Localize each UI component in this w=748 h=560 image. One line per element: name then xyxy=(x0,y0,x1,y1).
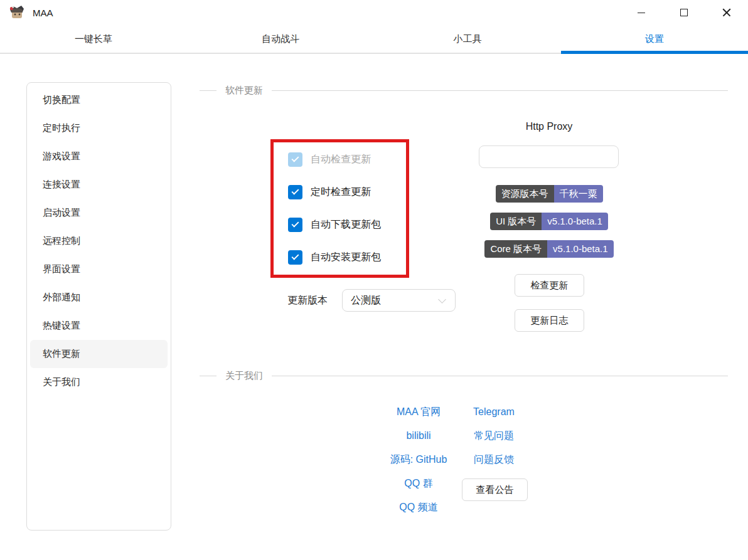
link-bilibili[interactable]: bilibili xyxy=(375,424,462,448)
badge-label: 资源版本号 xyxy=(496,185,554,203)
checkbox-auto-download-package[interactable]: 自动下载更新包 xyxy=(288,208,406,241)
sidebar-item-remote-control[interactable]: 远程控制 xyxy=(30,227,168,255)
selected-option: 公测版 xyxy=(351,294,381,307)
sidebar-item-switch-config[interactable]: 切换配置 xyxy=(30,86,168,114)
http-proxy-input[interactable] xyxy=(479,145,619,168)
badge-value: v5.1.0-beta.1 xyxy=(542,213,608,230)
about-links-left: MAA 官网 bilibili 源码: GitHub QQ 群 QQ 频道 xyxy=(375,400,462,519)
link-telegram[interactable]: Telegram xyxy=(450,400,538,424)
badge-value: v5.1.0-beta.1 xyxy=(547,240,614,258)
checkbox-label: 定时检查更新 xyxy=(311,186,371,199)
checkbox-label: 自动安装更新包 xyxy=(311,251,381,264)
section-line xyxy=(272,90,728,91)
tab-bar: 一键长草 自动战斗 小工具 设置 xyxy=(0,25,748,54)
checkbox-icon[interactable] xyxy=(288,250,302,265)
maximize-icon xyxy=(680,9,688,16)
checkmark-icon xyxy=(291,155,299,162)
resource-version-badge: 资源版本号 千秋一粟 xyxy=(496,185,603,203)
core-version-badge: Core 版本号 v5.1.0-beta.1 xyxy=(484,240,613,258)
sidebar-item-game-settings[interactable]: 游戏设置 xyxy=(30,142,168,171)
http-proxy-title: Http Proxy xyxy=(429,121,670,132)
check-update-button[interactable]: 检查更新 xyxy=(515,274,584,297)
badge-label: Core 版本号 xyxy=(484,240,547,258)
section-header-software-update: 软件更新 xyxy=(200,84,728,97)
checkbox-icon xyxy=(288,152,302,167)
changelog-button[interactable]: 更新日志 xyxy=(515,309,584,332)
sidebar-item-connection-settings[interactable]: 连接设置 xyxy=(30,171,168,199)
sidebar-item-scheduled-run[interactable]: 定时执行 xyxy=(30,114,168,142)
view-announcement-button[interactable]: 查看公告 xyxy=(462,478,528,501)
update-channel-label: 更新版本 xyxy=(287,294,328,307)
maximize-button[interactable] xyxy=(663,0,705,25)
checkbox-label: 自动下载更新包 xyxy=(311,218,381,231)
update-channel-row: 更新版本 公测版 xyxy=(287,289,456,312)
settings-sidebar: 切换配置 定时执行 游戏设置 连接设置 启动设置 远程控制 界面设置 外部通知 … xyxy=(26,82,171,531)
tab-settings[interactable]: 设置 xyxy=(561,25,748,53)
checkbox-icon[interactable] xyxy=(288,185,302,199)
checkmark-icon xyxy=(291,220,299,228)
close-button[interactable] xyxy=(705,0,748,25)
link-feedback[interactable]: 问题反馈 xyxy=(450,448,538,472)
maa-avatar-icon xyxy=(9,4,25,21)
badge-value: 千秋一粟 xyxy=(554,185,603,203)
link-qq-channel[interactable]: QQ 频道 xyxy=(375,495,462,519)
checkbox-label: 自动检查更新 xyxy=(311,153,371,166)
app-title: MAA xyxy=(33,8,53,18)
about-links-right: Telegram 常见问题 问题反馈 xyxy=(450,400,538,472)
checkbox-scheduled-check-update[interactable]: 定时检查更新 xyxy=(288,176,406,208)
settings-page: 切换配置 定时执行 游戏设置 连接设置 启动设置 远程控制 界面设置 外部通知 … xyxy=(0,54,748,560)
minimize-icon xyxy=(638,13,645,13)
titlebar: MAA xyxy=(0,0,748,25)
red-annotation-box: 自动检查更新 定时检查更新 自动下载更新包 自动安装更新包 xyxy=(270,139,409,278)
sidebar-item-hotkey-settings[interactable]: 热键设置 xyxy=(30,312,168,340)
checkbox-auto-check-update: 自动检查更新 xyxy=(288,143,406,176)
tab-tools[interactable]: 小工具 xyxy=(374,25,561,53)
section-title: 软件更新 xyxy=(225,85,263,97)
tab-copilot[interactable]: 自动战斗 xyxy=(187,25,374,53)
section-line xyxy=(200,376,216,376)
checkmark-icon xyxy=(291,253,299,260)
sidebar-item-about-us[interactable]: 关于我们 xyxy=(30,368,168,396)
tab-farming[interactable]: 一键长草 xyxy=(0,25,187,53)
section-line xyxy=(200,90,216,91)
update-channel-select[interactable]: 公测版 xyxy=(342,289,456,312)
link-maa-website[interactable]: MAA 官网 xyxy=(375,400,462,424)
section-header-about-us: 关于我们 xyxy=(200,369,728,382)
badge-label: UI 版本号 xyxy=(490,213,542,230)
section-title: 关于我们 xyxy=(225,370,263,382)
sidebar-item-ui-settings[interactable]: 界面设置 xyxy=(30,255,168,283)
minimize-button[interactable] xyxy=(620,0,663,25)
section-line xyxy=(272,376,728,376)
sidebar-item-startup-settings[interactable]: 启动设置 xyxy=(30,199,168,227)
sidebar-item-external-notification[interactable]: 外部通知 xyxy=(30,283,168,312)
sidebar-item-software-update[interactable]: 软件更新 xyxy=(30,340,168,368)
window-controls xyxy=(620,0,748,25)
checkbox-auto-install-package[interactable]: 自动安装更新包 xyxy=(288,241,406,273)
close-icon xyxy=(722,8,731,17)
checkmark-icon xyxy=(291,188,299,195)
link-github-source[interactable]: 源码: GitHub xyxy=(375,448,462,472)
checkbox-icon[interactable] xyxy=(288,218,302,232)
chevron-down-icon xyxy=(438,295,446,304)
link-qq-group[interactable]: QQ 群 xyxy=(375,472,462,495)
version-badges: 资源版本号 千秋一粟 UI 版本号 v5.1.0-beta.1 Core 版本号… xyxy=(429,185,670,258)
ui-version-badge: UI 版本号 v5.1.0-beta.1 xyxy=(490,213,608,230)
link-faq[interactable]: 常见问题 xyxy=(450,424,538,448)
